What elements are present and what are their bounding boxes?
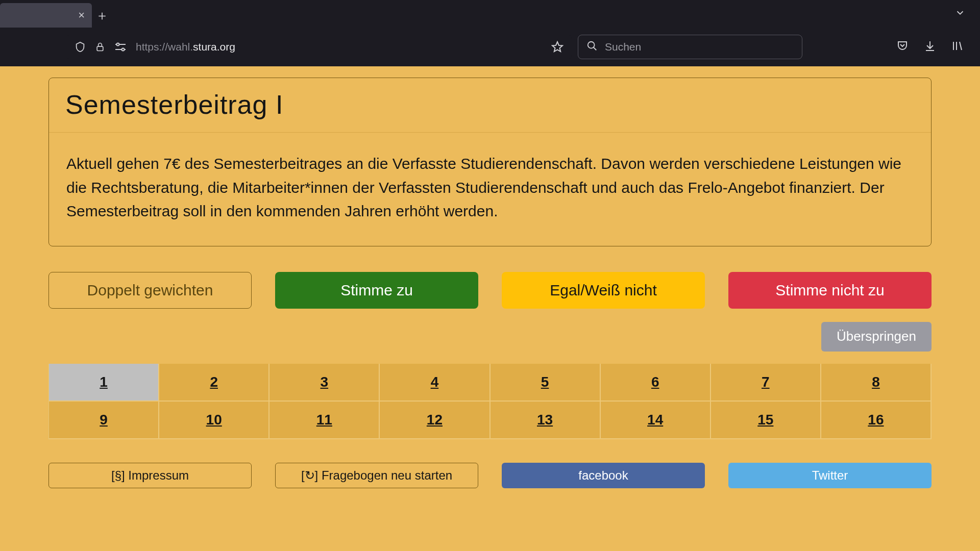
question-text: Aktuell gehen 7€ des Semesterbeitrages a… [66,152,914,223]
twitter-button[interactable]: Twitter [728,463,932,488]
close-tab-icon[interactable]: × [78,10,85,21]
shield-icon[interactable] [75,41,86,53]
pager-item-1[interactable]: 1 [49,364,159,402]
pager-item-7[interactable]: 7 [711,364,821,402]
download-icon[interactable] [924,40,936,54]
question-pager: 12345678910111213141516 [48,364,932,439]
pager-item-16[interactable]: 16 [821,402,932,439]
pager-item-10[interactable]: 10 [159,402,270,439]
pager-item-2[interactable]: 2 [159,364,270,402]
svg-point-4 [122,48,125,51]
browser-toolbar: https://wahl.stura.org [0,28,980,66]
new-tab-button[interactable]: ＋ [92,3,112,28]
question-card-body: Aktuell gehen 7€ des Semesterbeitrages a… [49,133,931,246]
permissions-icon[interactable] [114,42,127,52]
svg-point-8 [588,42,595,48]
search-icon [586,40,598,54]
svg-line-9 [594,47,597,51]
pager-item-4[interactable]: 4 [380,364,490,402]
pager-item-11[interactable]: 11 [270,402,380,439]
footer-row: [§] Impressum [↻] Fragebogen neu starten… [48,463,932,488]
pager-item-15[interactable]: 15 [711,402,821,439]
neutral-button[interactable]: Egal/Weiß nicht [502,272,705,309]
search-bar[interactable] [578,35,802,59]
library-icon[interactable] [951,40,964,54]
restart-button[interactable]: [↻] Fragebogen neu starten [275,463,478,488]
question-title: Semesterbeitrag I [65,89,915,120]
svg-rect-0 [97,46,103,51]
svg-line-14 [960,42,962,50]
bookmark-star-icon[interactable] [551,41,564,53]
disagree-button[interactable]: Stimme nicht zu [728,272,932,309]
browser-tab[interactable]: × [0,3,92,28]
chevron-down-icon[interactable] [954,7,966,20]
question-card-header: Semesterbeitrag I [49,78,931,133]
pager-item-13[interactable]: 13 [491,402,601,439]
lock-icon[interactable] [95,41,105,53]
vote-row: Doppelt gewichten Stimme zu Egal/Weiß ni… [48,272,932,309]
question-card: Semesterbeitrag I Aktuell gehen 7€ des S… [48,78,932,246]
pager-item-9[interactable]: 9 [49,402,159,439]
url-bar[interactable]: https://wahl.stura.org [66,35,572,59]
svg-marker-7 [552,42,562,52]
pager-item-14[interactable]: 14 [601,402,711,439]
tab-strip: × ＋ [0,0,980,28]
pager-item-12[interactable]: 12 [380,402,490,439]
impressum-button[interactable]: [§] Impressum [48,463,252,488]
pocket-icon[interactable] [896,40,909,54]
svg-point-1 [117,43,119,46]
pager-item-6[interactable]: 6 [601,364,711,402]
pager-item-8[interactable]: 8 [821,364,932,402]
pager-item-3[interactable]: 3 [270,364,380,402]
search-input[interactable] [605,41,794,53]
skip-button[interactable]: Überspringen [821,322,932,352]
weight-button[interactable]: Doppelt gewichten [48,272,252,309]
url-text: https://wahl.stura.org [136,41,542,53]
page: Semesterbeitrag I Aktuell gehen 7€ des S… [0,66,980,551]
agree-button[interactable]: Stimme zu [275,272,478,309]
facebook-button[interactable]: facebook [502,463,705,488]
pager-item-5[interactable]: 5 [491,364,601,402]
